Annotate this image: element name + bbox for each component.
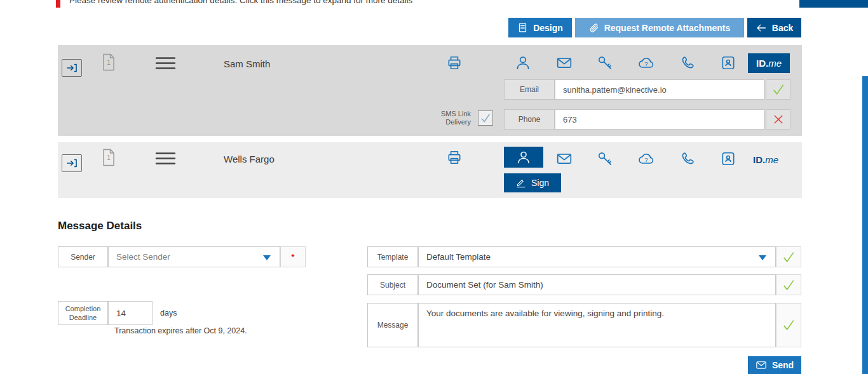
message-valid-check-icon <box>776 303 801 347</box>
recipient-name: Sam Smith <box>224 58 270 69</box>
request-remote-attachments-label: Request Remote Attachments <box>604 23 731 33</box>
recipient-row-sam-smith: 1 Sam Smith ? ID.me Email <box>58 45 802 136</box>
phone-input[interactable] <box>555 109 764 130</box>
sign-button-label: Sign <box>531 178 549 188</box>
sign-button[interactable]: Sign <box>504 173 561 192</box>
completion-deadline-label: Completion Deadline <box>58 301 108 325</box>
phone-invalid-x-icon <box>766 109 790 130</box>
back-arrow-icon <box>756 22 767 34</box>
template-valid-check-icon <box>776 246 801 267</box>
caret-down-icon <box>759 255 766 260</box>
pen-icon <box>516 178 526 188</box>
assign-icon <box>65 157 78 170</box>
send-envelope-icon <box>756 359 767 371</box>
paperclip-icon <box>589 23 599 33</box>
person-icon-selected[interactable] <box>504 147 543 168</box>
contact-card-icon[interactable] <box>720 150 736 167</box>
drag-handle-icon[interactable] <box>155 57 176 70</box>
send-button[interactable]: Send <box>748 356 801 374</box>
message-textarea[interactable]: Your documents are available for viewing… <box>418 303 776 347</box>
checkbox-check-icon <box>480 112 491 124</box>
key-icon[interactable] <box>597 150 613 167</box>
subject-input[interactable] <box>418 274 776 295</box>
completion-deadline-input[interactable] <box>108 301 153 325</box>
svg-text:?: ? <box>644 60 648 67</box>
document-icon[interactable]: 1 <box>102 53 116 71</box>
sender-label: Sender <box>58 246 108 267</box>
drag-handle-icon[interactable] <box>155 152 176 165</box>
idme-label-id: ID. <box>753 154 765 165</box>
idme-label-id: ID. <box>756 58 768 69</box>
sender-dropdown-value: Select Sender <box>116 252 170 262</box>
person-icon[interactable] <box>515 55 531 71</box>
phone-label: Phone <box>504 109 555 130</box>
key-icon[interactable] <box>597 55 613 71</box>
right-edge-bar <box>862 76 868 374</box>
template-dropdown-value: Default Template <box>426 252 491 262</box>
recipient-name: Wells Fargo <box>224 154 275 164</box>
email-icon[interactable] <box>556 150 573 167</box>
cloud-question-icon[interactable]: ? <box>638 55 654 71</box>
print-icon[interactable] <box>446 55 463 71</box>
message-details-heading: Message Details <box>58 220 142 232</box>
assign-icon <box>65 62 78 74</box>
design-button[interactable]: Design <box>508 18 572 37</box>
design-icon <box>517 22 528 33</box>
header-strip <box>799 0 868 8</box>
document-count-badge: 1 <box>102 59 116 66</box>
deadline-unit-label: days <box>160 309 177 317</box>
back-button[interactable]: Back <box>747 18 801 37</box>
cloud-question-icon[interactable]: ? <box>638 150 654 167</box>
idme-option[interactable]: ID.me <box>753 154 778 165</box>
design-button-label: Design <box>533 23 563 33</box>
alert-text: Please review remote authentication deta… <box>69 0 412 5</box>
email-label: Email <box>504 79 555 100</box>
print-icon[interactable] <box>446 149 463 166</box>
subject-label: Subject <box>367 274 418 295</box>
email-valid-check-icon <box>766 79 790 100</box>
caret-down-icon <box>263 255 271 260</box>
back-button-label: Back <box>772 23 793 33</box>
assign-button[interactable] <box>62 59 82 77</box>
send-button-label: Send <box>772 360 794 370</box>
sms-link-delivery-label: SMS Link Delivery <box>434 110 471 126</box>
message-label: Message <box>367 303 418 347</box>
request-remote-attachments-button[interactable]: Request Remote Attachments <box>575 18 744 37</box>
page: Please review remote authentication deta… <box>0 0 868 374</box>
subject-valid-check-icon <box>776 274 801 295</box>
idme-label-me: me <box>768 58 782 69</box>
document-icon[interactable]: 1 <box>102 149 116 166</box>
phone-icon[interactable] <box>679 55 696 71</box>
assign-button[interactable] <box>62 154 82 172</box>
sender-required-indicator: * <box>280 246 306 267</box>
alert-banner[interactable]: Please review remote authentication deta… <box>56 0 799 8</box>
svg-text:?: ? <box>644 156 648 163</box>
contact-card-icon[interactable] <box>720 55 736 71</box>
email-icon[interactable] <box>556 55 573 71</box>
template-label: Template <box>367 246 418 267</box>
phone-icon[interactable] <box>679 150 696 167</box>
idme-label-me: me <box>765 154 778 165</box>
recipient-row-wells-fargo: 1 Wells Fargo ? ID.me <box>58 142 802 198</box>
email-input[interactable] <box>555 79 764 100</box>
document-count-badge: 1 <box>102 154 116 161</box>
sender-dropdown[interactable]: Select Sender <box>108 246 280 267</box>
sms-link-delivery-checkbox[interactable] <box>478 110 493 126</box>
idme-badge[interactable]: ID.me <box>748 53 790 73</box>
template-dropdown[interactable]: Default Template <box>418 246 776 267</box>
expiry-note: Transaction expires after Oct 9, 2024. <box>114 326 247 335</box>
